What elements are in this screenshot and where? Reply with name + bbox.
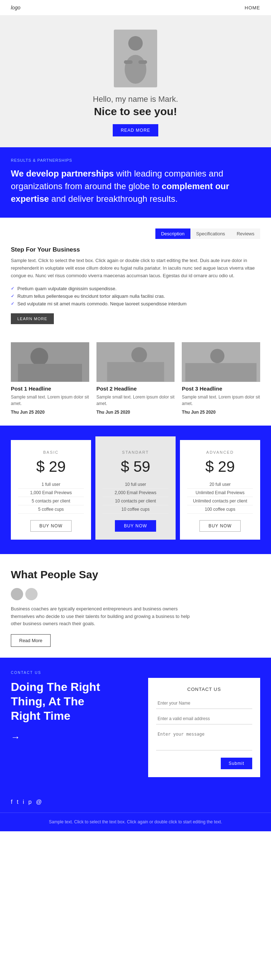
- pricing-features-advanced: 20 full user Unlimited Email Previews Un…: [187, 480, 253, 514]
- svg-point-1: [128, 36, 143, 51]
- post-image-3: [182, 342, 260, 382]
- pricing-feature-basic-2: 1,000 Email Previews: [18, 489, 84, 497]
- tab-specifications[interactable]: Specifications: [190, 229, 231, 239]
- pricing-feature-advanced-2: Unlimited Email Previews: [187, 489, 253, 497]
- testimonial-text: Business coaches are typically experienc…: [11, 605, 191, 628]
- contact-left: CONTACT US Doing The Right Thing, At The…: [11, 671, 116, 743]
- instagram-icon[interactable]: i: [23, 799, 24, 805]
- twitter-icon[interactable]: t: [17, 799, 18, 805]
- learn-more-button[interactable]: LEARN MORE: [11, 313, 54, 324]
- tab-description[interactable]: Description: [155, 229, 190, 239]
- pricing-feature-standart-1: 10 full user: [103, 480, 168, 489]
- tabs-section: Description Specifications Reviews Step …: [0, 218, 271, 331]
- footer-text: Sample text. Click to select the text bo…: [11, 819, 260, 826]
- pricing-basic: BASIC $ 29 1 full user 1,000 Email Previ…: [11, 440, 91, 539]
- footer: Sample text. Click to select the text bo…: [0, 813, 271, 831]
- name-input[interactable]: [156, 698, 252, 709]
- pricing-buy-basic[interactable]: BUY NOW: [30, 520, 72, 532]
- svg-point-2: [125, 55, 146, 84]
- pricing-buy-standart[interactable]: BUY NOW: [115, 520, 156, 532]
- pricing-tier-basic: BASIC: [18, 450, 84, 455]
- svg-rect-10: [107, 362, 164, 382]
- check-list: Pretium quam vulputate dignissim suspend…: [11, 285, 260, 307]
- check-item-2: Rutrum tellus pellentesque eu tincidunt …: [11, 293, 260, 300]
- pricing-feature-basic-3: 5 contacts per client: [18, 497, 84, 505]
- post-text-3: Sample small text. Lorem ipsum dolor sit…: [182, 394, 260, 407]
- email-input[interactable]: [156, 713, 252, 724]
- tab-reviews[interactable]: Reviews: [231, 229, 260, 239]
- read-more-button[interactable]: Read More: [11, 634, 51, 647]
- pricing-feature-basic-1: 1 full user: [18, 480, 84, 489]
- pricing-feature-basic-4: 5 coffee cups: [18, 505, 84, 514]
- post-date-1: Thu Jun 25 2020: [11, 410, 89, 415]
- post-text-1: Sample small text. Lorem ipsum dolor sit…: [11, 394, 89, 407]
- posts-section: Post 1 Headline Sample small text. Lorem…: [0, 331, 271, 426]
- partnerships-bold1: We develop partnerships: [11, 169, 114, 178]
- arrow-icon: →: [11, 732, 116, 743]
- pricing-feature-standart-4: 10 coffee cups: [103, 505, 168, 514]
- facebook-icon[interactable]: f: [11, 799, 12, 805]
- testimonials-section: What People Say Business coaches are typ…: [0, 554, 271, 658]
- pricing-grid: BASIC $ 29 1 full user 1,000 Email Previ…: [11, 440, 260, 539]
- post-text-2: Sample small text. Lorem ipsum dolor sit…: [96, 394, 175, 407]
- svg-rect-13: [185, 363, 257, 382]
- partnerships-section: Results & Partnerships We develop partne…: [0, 147, 271, 218]
- pricing-standart: STANDART $ 59 10 full user 2,000 Email P…: [96, 436, 175, 539]
- post-headline-3: Post 3 Headline: [182, 385, 260, 391]
- pricing-buy-advanced[interactable]: BUY NOW: [199, 520, 241, 532]
- pricing-feature-advanced-3: Unlimited contacts per client: [187, 497, 253, 505]
- svg-point-6: [30, 348, 48, 365]
- social-bar: f t i p @: [0, 795, 271, 813]
- svg-rect-7: [18, 364, 82, 382]
- partnerships-text: We develop partnerships with leading com…: [11, 167, 260, 205]
- pricing-tier-advanced: ADVANCED: [187, 450, 253, 455]
- nav-home[interactable]: HOME: [245, 5, 260, 11]
- message-input[interactable]: [156, 729, 252, 751]
- post-date-2: Thu Jun 25 2020: [96, 410, 175, 415]
- tabs-bar: Description Specifications Reviews: [11, 229, 260, 239]
- post-image-2: [96, 342, 175, 382]
- hero-section: Hello, my name is Mark. Nice to see you!…: [0, 15, 271, 147]
- pricing-price-advanced: $ 29: [187, 458, 253, 476]
- check-item-3: Sed vulputate mi sit amet mauris commodo…: [11, 300, 260, 307]
- dribbble-icon[interactable]: @: [36, 799, 41, 805]
- logo: logo: [11, 5, 20, 11]
- post-date-3: Thu Jun 25 2020: [182, 410, 260, 415]
- form-title: CONTACT US: [156, 687, 252, 692]
- header: logo HOME: [0, 0, 271, 15]
- post-card-2: Post 2 Headline Sample small text. Lorem…: [96, 342, 175, 415]
- check-item-1: Pretium quam vulputate dignissim suspend…: [11, 285, 260, 293]
- pricing-feature-advanced-4: 100 coffee cups: [187, 505, 253, 514]
- hero-cta-button[interactable]: READ MORE: [113, 124, 158, 137]
- post-image-1: [11, 342, 89, 382]
- pricing-features-standart: 10 full user 2,000 Email Previews 10 con…: [103, 480, 168, 514]
- contact-title: Doing The Right Thing, At The Right Time: [11, 680, 116, 723]
- testimonial-avatars: [11, 588, 260, 600]
- hero-subtitle: Hello, my name is Mark.: [93, 95, 178, 104]
- pricing-price-standart: $ 59: [103, 458, 168, 476]
- hero-title: Nice to see you!: [94, 105, 177, 118]
- svg-point-9: [131, 347, 147, 363]
- svg-rect-3: [124, 60, 132, 64]
- avatar-1: [11, 588, 23, 600]
- pricing-tier-standart: STANDART: [103, 450, 168, 455]
- submit-button[interactable]: Submit: [221, 758, 252, 769]
- contact-form: CONTACT US Submit: [148, 678, 260, 777]
- pinterest-icon[interactable]: p: [28, 799, 32, 805]
- svg-rect-4: [139, 60, 147, 64]
- pricing-feature-standart-2: 2,000 Email Previews: [103, 489, 168, 497]
- step-text: Sample text. Click to select the text bo…: [11, 257, 260, 279]
- post-card-1: Post 1 Headline Sample small text. Lorem…: [11, 342, 89, 415]
- avatar-2: [25, 588, 38, 600]
- pricing-feature-advanced-1: 20 full user: [187, 480, 253, 489]
- post-headline-1: Post 1 Headline: [11, 385, 89, 391]
- nav[interactable]: HOME: [245, 4, 260, 11]
- contact-section: CONTACT US Doing The Right Thing, At The…: [0, 658, 271, 795]
- pricing-features-basic: 1 full user 1,000 Email Previews 5 conta…: [18, 480, 84, 514]
- svg-point-12: [210, 349, 225, 363]
- hero-image: [114, 30, 157, 88]
- contact-label: CONTACT US: [11, 671, 116, 675]
- posts-grid: Post 1 Headline Sample small text. Lorem…: [11, 342, 260, 415]
- pricing-advanced: ADVANCED $ 29 20 full user Unlimited Ema…: [180, 440, 260, 539]
- step-title: Step For Your Business: [11, 246, 260, 253]
